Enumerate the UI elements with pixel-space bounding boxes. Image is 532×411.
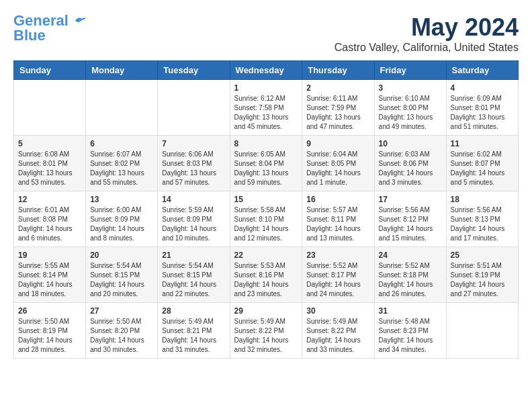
calendar-cell: 3Sunrise: 6:10 AMSunset: 8:00 PMDaylight… [374,80,446,136]
month-title: May 2024 [335,13,519,42]
calendar-cell: 11Sunrise: 6:02 AMSunset: 8:07 PMDayligh… [446,136,518,191]
logo-text: General [13,13,87,28]
day-number: 20 [90,250,153,260]
calendar-cell: 19Sunrise: 5:55 AMSunset: 8:14 PMDayligh… [14,247,86,303]
day-info: Sunrise: 6:06 AMSunset: 8:03 PMDaylight:… [162,150,225,187]
calendar-cell: 22Sunrise: 5:53 AMSunset: 8:16 PMDayligh… [230,247,302,303]
calendar-cell [86,80,158,136]
day-info: Sunrise: 5:51 AMSunset: 8:19 PMDaylight:… [451,261,514,299]
calendar-cell: 12Sunrise: 6:01 AMSunset: 8:08 PMDayligh… [14,191,86,247]
calendar-cell: 17Sunrise: 5:56 AMSunset: 8:12 PMDayligh… [374,191,446,247]
calendar-header-thursday: Thursday [302,61,374,80]
calendar-header-friday: Friday [374,61,446,80]
calendar-week-2: 5Sunrise: 6:08 AMSunset: 8:01 PMDaylight… [14,136,519,191]
day-number: 29 [234,306,298,316]
day-number: 19 [18,250,81,260]
calendar-cell: 1Sunrise: 6:12 AMSunset: 7:58 PMDaylight… [230,80,302,136]
day-number: 24 [379,250,442,260]
day-number: 2 [306,83,369,93]
calendar-cell: 27Sunrise: 5:50 AMSunset: 8:20 PMDayligh… [86,303,158,359]
calendar-cell: 10Sunrise: 6:03 AMSunset: 8:06 PMDayligh… [374,136,446,191]
calendar-header-row: SundayMondayTuesdayWednesdayThursdayFrid… [14,61,519,80]
calendar-cell: 8Sunrise: 6:05 AMSunset: 8:04 PMDaylight… [230,136,302,191]
day-number: 12 [18,195,81,204]
calendar-cell: 4Sunrise: 6:09 AMSunset: 8:01 PMDaylight… [446,80,518,136]
day-info: Sunrise: 6:05 AMSunset: 8:04 PMDaylight:… [234,150,298,187]
day-number: 3 [379,83,442,93]
day-info: Sunrise: 6:07 AMSunset: 8:02 PMDaylight:… [90,150,153,187]
day-info: Sunrise: 5:54 AMSunset: 8:15 PMDaylight:… [162,261,225,299]
calendar-cell: 9Sunrise: 6:04 AMSunset: 8:05 PMDaylight… [302,136,374,191]
calendar-cell: 30Sunrise: 5:49 AMSunset: 8:22 PMDayligh… [302,303,374,359]
calendar-cell: 31Sunrise: 5:48 AMSunset: 8:23 PMDayligh… [374,303,446,359]
day-number: 4 [451,83,514,93]
calendar-header-wednesday: Wednesday [230,61,302,80]
day-info: Sunrise: 5:55 AMSunset: 8:14 PMDaylight:… [18,261,81,299]
calendar-cell: 6Sunrise: 6:07 AMSunset: 8:02 PMDaylight… [86,136,158,191]
day-number: 13 [90,195,153,204]
page-header: General Blue May 2024 Castro Valley, Cal… [13,13,519,54]
day-number: 8 [234,139,298,148]
day-info: Sunrise: 6:01 AMSunset: 8:08 PMDaylight:… [18,205,81,243]
calendar-week-4: 19Sunrise: 5:55 AMSunset: 8:14 PMDayligh… [14,247,519,303]
day-number: 26 [18,306,81,316]
day-info: Sunrise: 6:10 AMSunset: 8:00 PMDaylight:… [379,94,442,132]
day-info: Sunrise: 6:08 AMSunset: 8:01 PMDaylight:… [18,150,81,187]
calendar-cell: 13Sunrise: 6:00 AMSunset: 8:09 PMDayligh… [86,191,158,247]
calendar-cell: 18Sunrise: 5:56 AMSunset: 8:13 PMDayligh… [446,191,518,247]
day-info: Sunrise: 6:04 AMSunset: 8:05 PMDaylight:… [306,150,369,187]
calendar-header-sunday: Sunday [14,61,86,80]
day-info: Sunrise: 6:11 AMSunset: 7:59 PMDaylight:… [306,94,369,132]
day-info: Sunrise: 5:49 AMSunset: 8:22 PMDaylight:… [306,317,369,355]
calendar-cell: 14Sunrise: 5:59 AMSunset: 8:09 PMDayligh… [158,191,230,247]
day-number: 21 [162,250,225,260]
day-number: 17 [379,195,442,204]
calendar-cell: 7Sunrise: 6:06 AMSunset: 8:03 PMDaylight… [158,136,230,191]
calendar-cell: 2Sunrise: 6:11 AMSunset: 7:59 PMDaylight… [302,80,374,136]
calendar-cell: 16Sunrise: 5:57 AMSunset: 8:11 PMDayligh… [302,191,374,247]
day-info: Sunrise: 5:52 AMSunset: 8:17 PMDaylight:… [306,261,369,299]
calendar-header-monday: Monday [86,61,158,80]
calendar: SundayMondayTuesdayWednesdayThursdayFrid… [13,60,519,359]
day-number: 18 [451,195,514,204]
calendar-cell: 21Sunrise: 5:54 AMSunset: 8:15 PMDayligh… [158,247,230,303]
day-info: Sunrise: 5:57 AMSunset: 8:11 PMDaylight:… [306,205,369,243]
day-info: Sunrise: 6:02 AMSunset: 8:07 PMDaylight:… [451,150,514,187]
day-number: 14 [162,195,225,204]
day-info: Sunrise: 5:49 AMSunset: 8:22 PMDaylight:… [234,317,298,355]
calendar-week-1: 1Sunrise: 6:12 AMSunset: 7:58 PMDaylight… [14,80,519,136]
day-info: Sunrise: 6:09 AMSunset: 8:01 PMDaylight:… [451,94,514,132]
location: Castro Valley, California, United States [335,42,519,54]
day-info: Sunrise: 6:03 AMSunset: 8:06 PMDaylight:… [379,150,442,187]
day-info: Sunrise: 6:00 AMSunset: 8:09 PMDaylight:… [90,205,153,243]
calendar-cell: 23Sunrise: 5:52 AMSunset: 8:17 PMDayligh… [302,247,374,303]
day-number: 23 [306,250,369,260]
calendar-header-saturday: Saturday [446,61,518,80]
day-info: Sunrise: 5:54 AMSunset: 8:15 PMDaylight:… [90,261,153,299]
day-number: 30 [306,306,369,316]
day-number: 16 [306,195,369,204]
calendar-cell [158,80,230,136]
calendar-cell: 28Sunrise: 5:49 AMSunset: 8:21 PMDayligh… [158,303,230,359]
calendar-header-tuesday: Tuesday [158,61,230,80]
day-info: Sunrise: 5:49 AMSunset: 8:21 PMDaylight:… [162,317,225,355]
day-number: 5 [18,139,81,148]
day-number: 31 [379,306,442,316]
calendar-week-3: 12Sunrise: 6:01 AMSunset: 8:08 PMDayligh… [14,191,519,247]
logo: General Blue [13,13,87,43]
day-number: 15 [234,195,298,204]
day-info: Sunrise: 5:56 AMSunset: 8:12 PMDaylight:… [379,205,442,243]
calendar-cell: 26Sunrise: 5:50 AMSunset: 8:19 PMDayligh… [14,303,86,359]
day-info: Sunrise: 5:56 AMSunset: 8:13 PMDaylight:… [451,205,514,243]
calendar-cell: 29Sunrise: 5:49 AMSunset: 8:22 PMDayligh… [230,303,302,359]
day-number: 6 [90,139,153,148]
title-section: May 2024 Castro Valley, California, Unit… [335,13,519,54]
day-info: Sunrise: 5:53 AMSunset: 8:16 PMDaylight:… [234,261,298,299]
day-number: 25 [451,250,514,260]
day-number: 10 [379,139,442,148]
day-number: 11 [451,139,514,148]
day-number: 1 [234,83,298,93]
day-number: 7 [162,139,225,148]
day-info: Sunrise: 5:58 AMSunset: 8:10 PMDaylight:… [234,205,298,243]
logo-text2: Blue [13,27,46,44]
